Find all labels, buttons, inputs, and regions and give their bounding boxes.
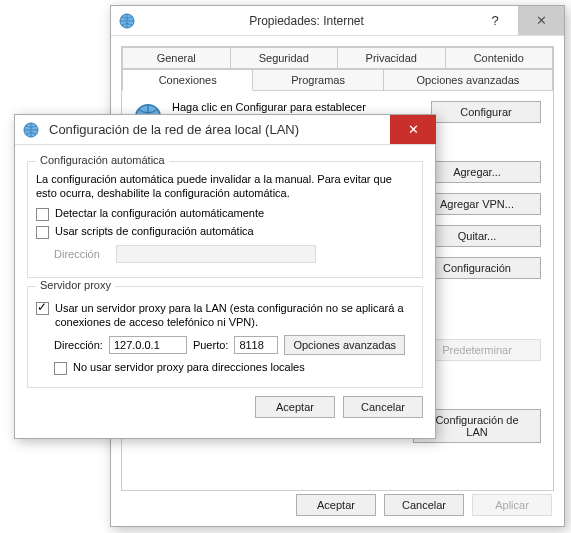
help-button[interactable]: ? <box>472 6 518 35</box>
tab-programas[interactable]: Programas <box>253 69 383 91</box>
tab-contenido[interactable]: Contenido <box>446 47 554 69</box>
use-script-row[interactable]: Usar scripts de configuración automática <box>36 225 414 239</box>
tab-general[interactable]: General <box>122 47 231 69</box>
use-script-label: Usar scripts de configuración automática <box>55 225 254 237</box>
proxy-advanced-button[interactable]: Opciones avanzadas <box>284 335 405 355</box>
titlebar[interactable]: Propiedades: Internet ? ✕ <box>111 6 564 36</box>
tab-conexiones[interactable]: Conexiones <box>122 69 253 91</box>
tab-privacidad[interactable]: Privacidad <box>338 47 446 69</box>
parent-ok-button[interactable]: Aceptar <box>296 494 376 516</box>
dialog-title: Configuración de la red de área local (L… <box>45 122 390 137</box>
proxy-port-label: Puerto: <box>193 339 228 351</box>
setup-text: Haga clic en Configurar para establecer <box>172 101 421 113</box>
proxy-address-label: Dirección: <box>54 339 103 351</box>
script-address-label: Dirección <box>54 248 110 260</box>
auto-config-desc: La configuración automática puede invali… <box>36 172 414 201</box>
detect-auto-label: Detectar la configuración automáticament… <box>55 207 264 219</box>
use-proxy-checkbox[interactable] <box>36 302 49 315</box>
dialog-close-button[interactable]: ✕ <box>390 115 436 144</box>
bypass-local-label: No usar servidor proxy para direcciones … <box>73 361 305 373</box>
tab-opciones-avanzadas[interactable]: Opciones avanzadas <box>384 69 553 91</box>
window-title: Propiedades: Internet <box>141 14 472 28</box>
close-button[interactable]: ✕ <box>518 6 564 35</box>
dialog-cancel-button[interactable]: Cancelar <box>343 396 423 418</box>
configurar-button[interactable]: Configurar <box>431 101 541 123</box>
bypass-local-checkbox[interactable] <box>54 362 67 375</box>
dialog-ok-button[interactable]: Aceptar <box>255 396 335 418</box>
internet-icon <box>119 13 135 29</box>
auto-config-group: Configuración automática La configuració… <box>27 161 423 278</box>
lan-settings-dialog: Configuración de la red de área local (L… <box>14 114 436 439</box>
bypass-local-row[interactable]: No usar servidor proxy para direcciones … <box>54 361 414 375</box>
dialog-titlebar[interactable]: Configuración de la red de área local (L… <box>15 115 435 145</box>
auto-config-legend: Configuración automática <box>36 154 169 166</box>
script-address-input <box>116 245 316 263</box>
parent-cancel-button[interactable]: Cancelar <box>384 494 464 516</box>
tabs: General Seguridad Privacidad Contenido C… <box>121 46 554 91</box>
proxy-legend: Servidor proxy <box>36 279 115 291</box>
proxy-port-input[interactable]: 8118 <box>234 336 278 354</box>
internet-icon <box>23 122 39 138</box>
proxy-address-input[interactable]: 127.0.0.1 <box>109 336 187 354</box>
use-proxy-label: Usar un servidor proxy para la LAN (esta… <box>55 301 414 330</box>
use-proxy-row[interactable]: Usar un servidor proxy para la LAN (esta… <box>36 301 414 330</box>
tab-seguridad[interactable]: Seguridad <box>231 47 339 69</box>
detect-auto-row[interactable]: Detectar la configuración automáticament… <box>36 207 414 221</box>
use-script-checkbox[interactable] <box>36 226 49 239</box>
aplicar-button: Aplicar <box>472 494 552 516</box>
detect-auto-checkbox[interactable] <box>36 208 49 221</box>
proxy-group: Servidor proxy Usar un servidor proxy pa… <box>27 286 423 389</box>
